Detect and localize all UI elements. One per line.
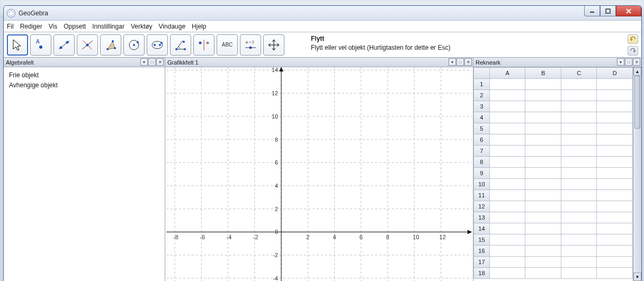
cell[interactable] [489, 101, 525, 112]
cell[interactable] [561, 90, 597, 101]
panel-close-icon[interactable]: ✕ [633, 58, 640, 66]
cell[interactable] [525, 246, 561, 257]
row-header[interactable]: 12 [474, 201, 490, 212]
col-header[interactable]: B [525, 68, 561, 79]
cell[interactable] [597, 223, 633, 234]
close-button[interactable] [616, 6, 641, 16]
algebra-item-free[interactable]: Frie objekt [9, 70, 159, 80]
cell[interactable] [561, 101, 597, 112]
menu-innstillingar[interactable]: Innstillingar [92, 23, 124, 30]
cell[interactable] [525, 179, 561, 190]
cell[interactable] [489, 134, 525, 146]
row-header[interactable]: 8 [474, 157, 490, 168]
tool-move[interactable] [7, 34, 28, 56]
cell[interactable] [525, 157, 561, 168]
cell[interactable] [489, 112, 525, 123]
cell[interactable] [489, 223, 525, 234]
cell[interactable] [525, 190, 561, 201]
tool-text[interactable]: ABC [217, 34, 238, 56]
maximize-button[interactable] [600, 6, 616, 16]
cell[interactable] [489, 212, 525, 223]
tool-slider[interactable]: a = 2 [240, 34, 261, 56]
cell[interactable] [597, 201, 633, 212]
cell[interactable] [561, 234, 597, 246]
cell[interactable] [597, 257, 633, 268]
cell[interactable] [489, 234, 525, 246]
tool-line[interactable] [53, 34, 75, 56]
scroll-up-icon[interactable]: ▲ [633, 67, 641, 76]
cell[interactable] [597, 112, 633, 123]
cell[interactable] [561, 246, 597, 257]
cell[interactable] [561, 257, 597, 268]
row-header[interactable]: 11 [474, 190, 490, 201]
cell[interactable] [597, 101, 633, 112]
cell[interactable] [561, 212, 597, 223]
tool-move-view[interactable] [263, 34, 284, 56]
panel-close-icon[interactable]: ✕ [156, 58, 164, 66]
cell[interactable] [525, 201, 561, 212]
minimize-button[interactable] [584, 6, 600, 16]
menu-vis[interactable]: Vis [49, 23, 57, 30]
cell[interactable] [597, 190, 633, 201]
cell[interactable] [597, 146, 633, 157]
cell[interactable] [561, 190, 597, 201]
cell[interactable] [525, 123, 561, 134]
cell[interactable] [489, 201, 525, 212]
cell[interactable] [561, 146, 597, 157]
panel-close-icon[interactable]: ✕ [464, 58, 472, 66]
cell[interactable] [525, 268, 561, 279]
cell[interactable] [489, 168, 525, 179]
cell[interactable] [597, 90, 633, 101]
cell[interactable] [597, 79, 633, 90]
cell[interactable] [597, 212, 633, 223]
row-header[interactable]: 4 [474, 112, 490, 123]
row-header[interactable]: 13 [474, 212, 490, 223]
cell[interactable] [525, 257, 561, 268]
col-header[interactable]: A [489, 68, 525, 79]
cell[interactable] [525, 234, 561, 246]
row-header[interactable]: 18 [474, 268, 490, 279]
row-header[interactable]: 5 [474, 123, 490, 134]
cell[interactable] [561, 168, 597, 179]
cell[interactable] [525, 168, 561, 179]
spreadsheet-header[interactable]: Rekneark ▾ □ ✕ [473, 58, 641, 67]
graphics-view[interactable]: -8-6-4-224681012-4-202468101214 [165, 67, 473, 281]
cell[interactable] [525, 212, 561, 223]
cell[interactable] [489, 246, 525, 257]
scroll-down-icon[interactable]: ▼ [633, 273, 641, 281]
menu-oppsett[interactable]: Oppsett [64, 23, 86, 30]
cell[interactable] [489, 257, 525, 268]
row-header[interactable]: 9 [474, 168, 490, 179]
cell[interactable] [489, 79, 525, 90]
tool-perpendicular[interactable] [77, 34, 98, 56]
tool-reflect[interactable] [193, 34, 214, 56]
cell[interactable] [561, 112, 597, 123]
cell[interactable] [525, 134, 561, 146]
menu-vindauge[interactable]: Vindauge [159, 23, 186, 30]
tool-circle[interactable] [123, 34, 145, 56]
menu-verktoy[interactable]: Verktøy [131, 23, 153, 30]
cell[interactable] [525, 101, 561, 112]
row-header[interactable]: 6 [474, 134, 490, 146]
algebra-header[interactable]: Algebrafelt ▾ □ ✕ [4, 58, 165, 67]
panel-window-icon[interactable]: □ [625, 58, 632, 66]
panel-window-icon[interactable]: □ [148, 58, 156, 66]
panel-menu-icon[interactable]: ▾ [140, 58, 148, 66]
cell[interactable] [525, 79, 561, 90]
cell[interactable] [561, 201, 597, 212]
titlebar[interactable]: GeoGebra [4, 6, 641, 21]
row-header[interactable]: 10 [474, 179, 490, 190]
cell[interactable] [525, 90, 561, 101]
cell[interactable] [525, 223, 561, 234]
menu-hjelp[interactable]: Hjelp [192, 23, 206, 30]
row-header[interactable]: 7 [474, 146, 490, 157]
cell[interactable] [597, 168, 633, 179]
panel-menu-icon[interactable]: ▾ [617, 58, 624, 66]
cell[interactable] [489, 268, 525, 279]
menu-fil[interactable]: Fil [7, 23, 14, 30]
col-header[interactable]: C [561, 68, 597, 79]
cell[interactable] [597, 268, 633, 279]
spreadsheet-corner[interactable] [474, 68, 490, 79]
cell[interactable] [561, 123, 597, 134]
cell[interactable] [525, 146, 561, 157]
